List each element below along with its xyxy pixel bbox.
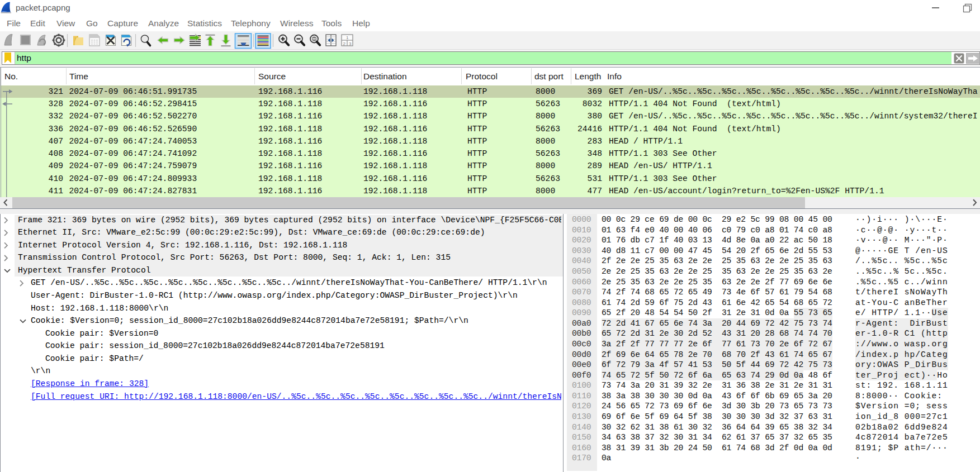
svg-text:2: 2 [343, 41, 346, 46]
svg-text:1: 1 [346, 35, 349, 40]
svg-text:3: 3 [349, 41, 352, 46]
